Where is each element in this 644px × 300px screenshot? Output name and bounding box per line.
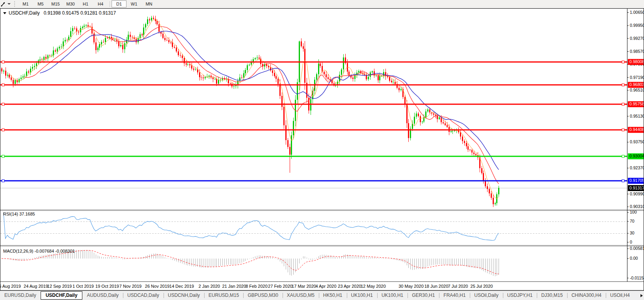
date-label: 4 Apr 2020 bbox=[315, 284, 336, 289]
tab-uk100-h1[interactable]: UK100,H1 bbox=[347, 291, 377, 300]
symbol-tabs: EURUSD,DailyUSDCHF,DailyAUDUSD,DailyUSDC… bbox=[0, 291, 634, 300]
timeframe-button-m5[interactable]: M5 bbox=[33, 0, 48, 8]
macd-signal-line bbox=[2, 250, 499, 274]
date-label: 7 Jul 2020 bbox=[448, 284, 468, 289]
price-line-badge-label: 0.91705 bbox=[629, 178, 644, 183]
tabs-scroll-right-icon[interactable] bbox=[640, 294, 643, 297]
toolbar-separator bbox=[110, 1, 110, 7]
chart-symbol-label: USDCHF,Daily bbox=[9, 10, 40, 16]
price-tick-label: 0.95130 bbox=[630, 114, 644, 118]
tab-eurusd-m15[interactable]: EURUSD,M15 bbox=[204, 291, 243, 300]
tab-usdcnh-daily[interactable]: USDCNH,Daily bbox=[164, 291, 204, 300]
chart-title: USDCHF,Daily 0.91398 0.91475 0.91281 0.9… bbox=[3, 10, 116, 16]
price-tick-label: 0.92370 bbox=[630, 165, 644, 170]
tab-usoil-daily[interactable]: USOil,Daily bbox=[470, 291, 503, 300]
timeframe-button-w1[interactable]: W1 bbox=[127, 0, 141, 8]
tab-uk100-h1[interactable]: UK100,H1 bbox=[377, 291, 408, 300]
chevron-down-icon[interactable] bbox=[7, 3, 11, 5]
date-label: 12 Sep 2019 bbox=[47, 284, 72, 289]
price-tick-label: 0.99950 bbox=[630, 23, 644, 28]
horizontal-line-0.96803[interactable]: 0.96803 bbox=[0, 82, 644, 88]
date-label: 26 Nov 2019 bbox=[145, 284, 169, 289]
rsi-indicator-label: RSI(14) 37.1685 bbox=[3, 212, 35, 216]
macd-tick-label: 0.005818 bbox=[630, 246, 644, 251]
chart-window: 1.006500.999500.992700.985700.978900.971… bbox=[0, 8, 644, 291]
rsi-tick-label: 30 bbox=[630, 231, 635, 235]
svg-text:0.91317: 0.91317 bbox=[629, 186, 644, 190]
price-tick-label: 1.00650 bbox=[630, 10, 644, 15]
timeframe-button-m15[interactable]: M15 bbox=[48, 0, 63, 8]
ma-21-line bbox=[40, 31, 499, 170]
rsi-tick-label: 0 bbox=[630, 240, 632, 244]
price-axis[interactable]: 1.006500.999500.992700.985700.978900.971… bbox=[627, 9, 644, 281]
date-label: 6 Aug 2019 bbox=[0, 284, 21, 289]
toolbar-grip bbox=[14, 1, 16, 7]
timeframe-button-mn[interactable]: MN bbox=[141, 0, 156, 8]
title-caret-icon[interactable] bbox=[3, 12, 6, 14]
tab-fra40-h1[interactable]: FRA40,H1 bbox=[439, 291, 470, 300]
price-tick-label: 0.93750 bbox=[630, 139, 644, 144]
top-toolbar: M1M5M15M30H1H4D1W1MN bbox=[0, 0, 644, 8]
tab-ger30-h1[interactable]: GER30,H1 bbox=[408, 291, 439, 300]
rsi-panel bbox=[0, 212, 627, 240]
timeframe-button-h1[interactable]: H1 bbox=[78, 0, 93, 8]
horizontal-line-0.94408[interactable]: 0.94408 bbox=[0, 127, 644, 133]
horizontal-line-0.91705[interactable]: 0.91705 bbox=[0, 178, 644, 184]
price-line-badge-label: 0.98008 bbox=[629, 59, 644, 64]
price-line-badge-label: 0.96803 bbox=[629, 82, 644, 87]
symbol-tabs-bar: EURUSD,DailyUSDCHF,DailyAUDUSD,DailyUSDC… bbox=[0, 291, 644, 300]
date-label: 18 Jun 2020 bbox=[424, 284, 449, 289]
price-tick-label: 0.97190 bbox=[630, 75, 644, 80]
horizontal-line-0.93004[interactable]: 0.93004 bbox=[0, 154, 644, 159]
horizontal-line-0.95758[interactable]: 0.95758 bbox=[0, 101, 644, 107]
current-price-badge: 0.91317 bbox=[628, 185, 644, 191]
rsi-tick-label: 70 bbox=[630, 219, 635, 223]
date-label: 23 Apr 2020 bbox=[338, 284, 361, 289]
price-tick-label: 0.98570 bbox=[630, 49, 644, 54]
tab-audusd-daily[interactable]: AUDUSD,Daily bbox=[82, 291, 123, 300]
cursor-tool-icon[interactable] bbox=[0, 1, 6, 7]
rsi-line bbox=[4, 212, 499, 240]
timeframe-button-m30[interactable]: M30 bbox=[63, 0, 78, 8]
date-label: 30 May 2020 bbox=[398, 284, 424, 289]
timeframe-button-m1[interactable]: M1 bbox=[18, 0, 33, 8]
ma-13-line bbox=[24, 27, 499, 184]
macd-tick-label: 0.00 bbox=[630, 256, 638, 261]
macd-tick-label: -0.011515 bbox=[630, 276, 644, 280]
tab-xauusd-m5[interactable]: XAUUSD,M5 bbox=[283, 291, 319, 300]
macd-indicator-label: MACD(12,26,9) -0.007684 -0.008301 bbox=[3, 249, 75, 253]
candles-layer bbox=[1, 16, 499, 207]
chart-ohlc-values: 0.91398 0.91475 0.91281 0.91317 bbox=[44, 10, 116, 16]
tab-usoil-h4[interactable]: USOil,H4 bbox=[606, 291, 634, 300]
chart-plot-area[interactable]: 1.006500.999500.992700.985700.978900.971… bbox=[0, 9, 644, 290]
date-label: 19 Oct 2019 bbox=[95, 284, 119, 289]
price-line-badge-label: 0.94408 bbox=[629, 127, 644, 132]
tab-usdjpy-h1[interactable]: USDJPY,H1 bbox=[503, 291, 537, 300]
macd-panel bbox=[2, 250, 499, 276]
tab-usdcad-daily[interactable]: USDCAD,Daily bbox=[123, 291, 164, 300]
timeframe-button-h4[interactable]: H4 bbox=[93, 0, 108, 8]
tab-usdchf-daily[interactable]: USDCHF,Daily bbox=[41, 291, 83, 300]
rsi-tick-label: 100 bbox=[630, 210, 637, 214]
price-tick-label: 0.90990 bbox=[630, 191, 644, 196]
tab-china300-h4[interactable]: CHINA300,H4 bbox=[567, 291, 606, 300]
date-label: 14 Dec 2019 bbox=[169, 284, 194, 289]
date-label: 21 Jan 2020 bbox=[222, 284, 246, 289]
price-line-badge-label: 0.93004 bbox=[629, 154, 644, 158]
price-tick-label: 0.90310 bbox=[630, 204, 644, 209]
date-label: 24 Aug 2019 bbox=[24, 284, 48, 289]
tab-hk50-h1[interactable]: HK50,H1 bbox=[319, 291, 347, 300]
date-label: 17 Mar 2020 bbox=[292, 284, 316, 289]
tab-eurusd-daily[interactable]: EURUSD,Daily bbox=[0, 291, 41, 300]
tab-dj30-m15[interactable]: DJ30,M15 bbox=[537, 291, 567, 300]
date-label: 2 Jan 2020 bbox=[199, 284, 220, 289]
date-label: 25 Jul 2020 bbox=[471, 284, 493, 289]
price-tick-label: 0.99270 bbox=[630, 36, 644, 41]
date-label: 1 Oct 2019 bbox=[73, 284, 94, 289]
tab-gbpusd-m30[interactable]: GBPUSD,M30 bbox=[243, 291, 282, 300]
timeframe-group: M1M5M15M30H1H4D1W1MN bbox=[18, 0, 156, 8]
timeframe-button-d1[interactable]: D1 bbox=[112, 0, 127, 8]
date-label: 7 Nov 2019 bbox=[119, 284, 141, 289]
ma-5-line bbox=[9, 19, 499, 199]
date-label: 8 Feb 2020 bbox=[246, 284, 268, 289]
